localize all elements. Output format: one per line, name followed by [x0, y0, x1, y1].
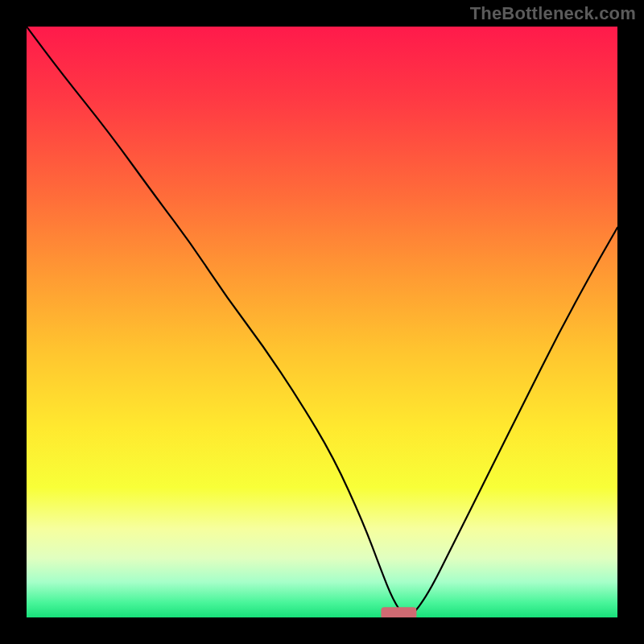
watermark-text: TheBottleneck.com	[470, 3, 636, 24]
plot-area	[27, 27, 617, 617]
gradient-background	[27, 27, 617, 617]
chart-frame: TheBottleneck.com	[0, 0, 644, 644]
optimum-marker	[381, 607, 416, 617]
chart-svg	[27, 27, 617, 617]
